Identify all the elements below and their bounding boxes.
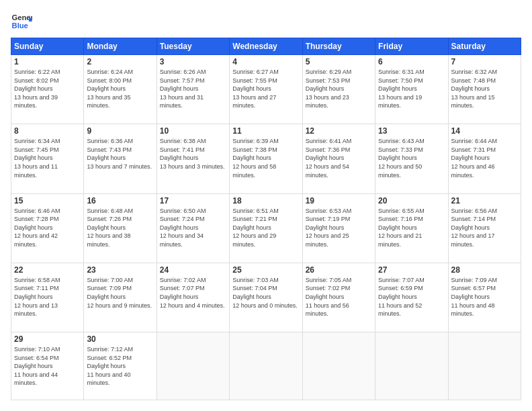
day-info: Sunrise: 6:32 AMSunset: 7:48 PMDaylight …	[451, 68, 498, 109]
logo-icon: General Blue	[11, 11, 32, 32]
day-cell-7: 7 Sunrise: 6:32 AMSunset: 7:48 PMDayligh…	[448, 55, 521, 124]
day-info: Sunrise: 7:07 AMSunset: 6:59 PMDaylight …	[378, 277, 425, 317]
day-info: Sunrise: 6:58 AMSunset: 7:11 PMDaylight …	[14, 277, 60, 317]
day-cell-15: 15 Sunrise: 6:46 AMSunset: 7:28 PMDaylig…	[11, 193, 84, 263]
day-number: 13	[378, 126, 445, 136]
calendar-table: SundayMondayTuesdayWednesdayThursdayFrid…	[11, 38, 521, 400]
day-number: 3	[160, 57, 226, 66]
day-info: Sunrise: 6:36 AMSunset: 7:43 PMDaylight …	[87, 138, 152, 170]
day-info: Sunrise: 7:02 AMSunset: 7:07 PMDaylight …	[160, 277, 225, 309]
day-cell-3: 3 Sunrise: 6:26 AMSunset: 7:57 PMDayligh…	[157, 55, 229, 124]
day-number: 11	[232, 126, 299, 136]
day-info: Sunrise: 6:24 AMSunset: 8:00 PMDaylight …	[87, 68, 133, 109]
day-cell-19: 19 Sunrise: 6:53 AMSunset: 7:19 PMDaylig…	[302, 193, 375, 263]
day-info: Sunrise: 6:22 AMSunset: 8:02 PMDaylight …	[14, 68, 60, 109]
day-info: Sunrise: 6:39 AMSunset: 7:38 PMDaylight …	[232, 138, 279, 178]
empty-cell	[230, 332, 302, 400]
day-info: Sunrise: 6:41 AMSunset: 7:36 PMDaylight …	[306, 138, 352, 178]
weekday-header-saturday: Saturday	[448, 38, 521, 55]
day-cell-16: 16 Sunrise: 6:48 AMSunset: 7:26 PMDaylig…	[84, 193, 157, 263]
calendar-week-5: 29 Sunrise: 7:10 AMSunset: 6:54 PMDaylig…	[11, 332, 521, 400]
calendar-week-2: 8 Sunrise: 6:34 AMSunset: 7:45 PMDayligh…	[11, 124, 521, 193]
weekday-header-tuesday: Tuesday	[157, 38, 229, 55]
day-info: Sunrise: 6:53 AMSunset: 7:19 PMDaylight …	[306, 208, 352, 248]
day-info: Sunrise: 7:12 AMSunset: 6:52 PMDaylight …	[87, 346, 133, 386]
day-cell-4: 4 Sunrise: 6:27 AMSunset: 7:55 PMDayligh…	[230, 55, 302, 124]
svg-text:Blue: Blue	[12, 21, 28, 30]
calendar-week-4: 22 Sunrise: 6:58 AMSunset: 7:11 PMDaylig…	[11, 263, 521, 332]
day-number: 15	[14, 196, 81, 205]
day-cell-10: 10 Sunrise: 6:38 AMSunset: 7:41 PMDaylig…	[157, 124, 229, 193]
day-cell-30: 30 Sunrise: 7:12 AMSunset: 6:52 PMDaylig…	[84, 332, 157, 400]
day-number: 14	[451, 126, 518, 136]
day-cell-17: 17 Sunrise: 6:50 AMSunset: 7:24 PMDaylig…	[157, 193, 229, 263]
day-info: Sunrise: 6:44 AMSunset: 7:31 PMDaylight …	[451, 138, 498, 178]
day-cell-12: 12 Sunrise: 6:41 AMSunset: 7:36 PMDaylig…	[302, 124, 375, 193]
day-number: 2	[87, 57, 153, 66]
day-cell-29: 29 Sunrise: 7:10 AMSunset: 6:54 PMDaylig…	[11, 332, 84, 400]
calendar-week-1: 1 Sunrise: 6:22 AMSunset: 8:02 PMDayligh…	[11, 55, 521, 124]
day-cell-8: 8 Sunrise: 6:34 AMSunset: 7:45 PMDayligh…	[11, 124, 84, 193]
weekday-header-row: SundayMondayTuesdayWednesdayThursdayFrid…	[11, 38, 521, 55]
day-info: Sunrise: 7:00 AMSunset: 7:09 PMDaylight …	[87, 277, 152, 309]
day-cell-20: 20 Sunrise: 6:55 AMSunset: 7:16 PMDaylig…	[375, 193, 448, 263]
day-number: 20	[378, 196, 445, 205]
day-cell-9: 9 Sunrise: 6:36 AMSunset: 7:43 PMDayligh…	[84, 124, 157, 193]
day-cell-25: 25 Sunrise: 7:03 AMSunset: 7:04 PMDaylig…	[230, 263, 302, 332]
day-cell-26: 26 Sunrise: 7:05 AMSunset: 7:02 PMDaylig…	[302, 263, 375, 332]
day-info: Sunrise: 6:27 AMSunset: 7:55 PMDaylight …	[232, 68, 279, 109]
day-cell-6: 6 Sunrise: 6:31 AMSunset: 7:50 PMDayligh…	[375, 55, 448, 124]
day-number: 18	[232, 196, 299, 205]
day-cell-5: 5 Sunrise: 6:29 AMSunset: 7:53 PMDayligh…	[302, 55, 375, 124]
day-number: 26	[306, 265, 372, 275]
calendar-week-3: 15 Sunrise: 6:46 AMSunset: 7:28 PMDaylig…	[11, 193, 521, 263]
day-number: 24	[160, 265, 226, 275]
header: General Blue	[11, 11, 521, 32]
day-number: 19	[306, 196, 372, 205]
day-number: 12	[306, 126, 372, 136]
day-info: Sunrise: 7:09 AMSunset: 6:57 PMDaylight …	[451, 277, 498, 317]
day-number: 25	[232, 265, 299, 275]
day-number: 29	[14, 334, 81, 344]
logo: General Blue	[11, 11, 32, 32]
day-info: Sunrise: 6:29 AMSunset: 7:53 PMDaylight …	[306, 68, 352, 109]
empty-cell	[375, 332, 448, 400]
day-number: 10	[160, 126, 226, 136]
day-number: 7	[451, 57, 518, 66]
day-number: 21	[451, 196, 518, 205]
day-number: 17	[160, 196, 226, 205]
day-cell-13: 13 Sunrise: 6:43 AMSunset: 7:33 PMDaylig…	[375, 124, 448, 193]
day-info: Sunrise: 7:03 AMSunset: 7:04 PMDaylight …	[232, 277, 298, 309]
day-number: 23	[87, 265, 153, 275]
day-number: 1	[14, 57, 81, 66]
day-info: Sunrise: 7:05 AMSunset: 7:02 PMDaylight …	[306, 277, 352, 317]
weekday-header-friday: Friday	[375, 38, 448, 55]
day-number: 30	[87, 334, 153, 344]
day-info: Sunrise: 6:46 AMSunset: 7:28 PMDaylight …	[14, 208, 60, 248]
day-cell-22: 22 Sunrise: 6:58 AMSunset: 7:11 PMDaylig…	[11, 263, 84, 332]
day-number: 22	[14, 265, 81, 275]
weekday-header-monday: Monday	[84, 38, 157, 55]
day-number: 27	[378, 265, 445, 275]
day-number: 9	[87, 126, 153, 136]
day-cell-27: 27 Sunrise: 7:07 AMSunset: 6:59 PMDaylig…	[375, 263, 448, 332]
day-number: 5	[306, 57, 372, 66]
day-number: 4	[232, 57, 299, 66]
day-info: Sunrise: 6:56 AMSunset: 7:14 PMDaylight …	[451, 208, 498, 248]
day-info: Sunrise: 6:31 AMSunset: 7:50 PMDaylight …	[378, 68, 425, 109]
day-cell-21: 21 Sunrise: 6:56 AMSunset: 7:14 PMDaylig…	[448, 193, 521, 263]
day-info: Sunrise: 6:34 AMSunset: 7:45 PMDaylight …	[14, 138, 60, 178]
day-info: Sunrise: 6:55 AMSunset: 7:16 PMDaylight …	[378, 208, 425, 248]
day-info: Sunrise: 6:26 AMSunset: 7:57 PMDaylight …	[160, 68, 206, 109]
weekday-header-thursday: Thursday	[302, 38, 375, 55]
day-number: 28	[451, 265, 518, 275]
empty-cell	[302, 332, 375, 400]
day-number: 6	[378, 57, 445, 66]
day-cell-23: 23 Sunrise: 7:00 AMSunset: 7:09 PMDaylig…	[84, 263, 157, 332]
page: General Blue SundayMondayTuesdayWednesda…	[0, 0, 532, 411]
weekday-header-wednesday: Wednesday	[230, 38, 302, 55]
day-number: 8	[14, 126, 81, 136]
day-cell-24: 24 Sunrise: 7:02 AMSunset: 7:07 PMDaylig…	[157, 263, 229, 332]
day-info: Sunrise: 6:43 AMSunset: 7:33 PMDaylight …	[378, 138, 425, 178]
day-cell-18: 18 Sunrise: 6:51 AMSunset: 7:21 PMDaylig…	[230, 193, 302, 263]
